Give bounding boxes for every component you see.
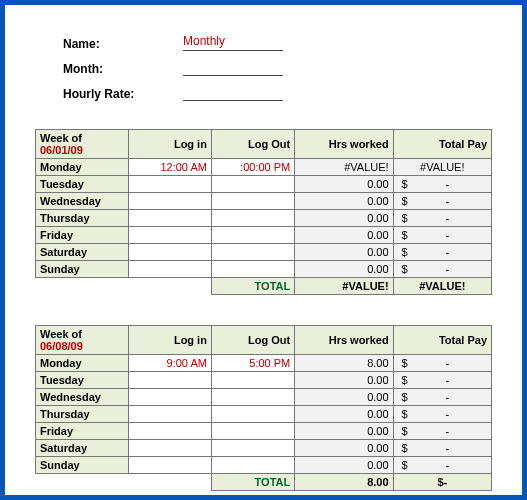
table-row: Thursday0.00$- xyxy=(36,210,492,227)
login-cell[interactable] xyxy=(128,457,211,474)
logout-cell[interactable] xyxy=(211,176,294,193)
login-cell[interactable] xyxy=(128,389,211,406)
login-cell[interactable] xyxy=(128,176,211,193)
login-cell[interactable] xyxy=(128,423,211,440)
pay-cell: $- xyxy=(393,406,491,423)
pay-cell: $- xyxy=(393,227,491,244)
pay-cell: $- xyxy=(393,423,491,440)
pay-cell: $- xyxy=(393,193,491,210)
name-label: Name: xyxy=(63,37,183,51)
name-value[interactable]: Monthly xyxy=(183,34,283,51)
table-row: Tuesday0.00$- xyxy=(36,176,492,193)
logout-cell[interactable] xyxy=(211,227,294,244)
month-label: Month: xyxy=(63,62,183,76)
pay-cell: $- xyxy=(393,440,491,457)
hrs-header: Hrs worked xyxy=(295,326,393,355)
logout-cell[interactable] xyxy=(211,210,294,227)
rate-value[interactable] xyxy=(183,84,283,101)
logout-cell[interactable] xyxy=(211,193,294,210)
login-cell[interactable] xyxy=(128,406,211,423)
logout-header: Log Out xyxy=(211,130,294,159)
logout-cell[interactable] xyxy=(211,457,294,474)
total-row: TOTAL 8.00 $- xyxy=(36,474,492,491)
logout-cell[interactable] xyxy=(211,406,294,423)
logout-header: Log Out xyxy=(211,326,294,355)
login-cell[interactable]: 9:00 AM xyxy=(128,355,211,372)
day-cell: Wednesday xyxy=(36,193,129,210)
login-cell[interactable] xyxy=(128,227,211,244)
hrs-cell: 0.00 xyxy=(295,423,393,440)
day-cell: Sunday xyxy=(36,261,129,278)
hrs-cell: 0.00 xyxy=(295,440,393,457)
total-row: TOTAL #VALUE! #VALUE! xyxy=(36,278,492,295)
logout-cell[interactable] xyxy=(211,244,294,261)
table-row: Sunday0.00$- xyxy=(36,457,492,474)
day-cell: Friday xyxy=(36,423,129,440)
day-cell: Monday xyxy=(36,159,129,176)
pay-cell: $- xyxy=(393,372,491,389)
pay-cell: $- xyxy=(393,389,491,406)
logout-cell[interactable] xyxy=(211,261,294,278)
table-row: Wednesday0.00$- xyxy=(36,193,492,210)
hrs-cell: 8.00 xyxy=(295,355,393,372)
pay-cell: $- xyxy=(393,176,491,193)
login-cell[interactable] xyxy=(128,193,211,210)
table-row: Sunday0.00$- xyxy=(36,261,492,278)
login-cell[interactable]: 12:00 AM xyxy=(128,159,211,176)
week1-body: Monday12:00 AM:00:00 PM#VALUE!#VALUE!Tue… xyxy=(36,159,492,278)
logout-cell[interactable]: 5:00 PM xyxy=(211,355,294,372)
login-header: Log in xyxy=(128,130,211,159)
day-cell: Wednesday xyxy=(36,389,129,406)
login-cell[interactable] xyxy=(128,210,211,227)
table-row: Friday0.00$- xyxy=(36,423,492,440)
day-cell: Sunday xyxy=(36,457,129,474)
pay-header: Total Pay xyxy=(393,326,491,355)
table-row: Tuesday0.00$- xyxy=(36,372,492,389)
day-cell: Thursday xyxy=(36,210,129,227)
table-row: Saturday0.00$- xyxy=(36,440,492,457)
table-header-row: Week of 06/01/09 Log in Log Out Hrs work… xyxy=(36,130,492,159)
week1-table: Week of 06/01/09 Log in Log Out Hrs work… xyxy=(35,129,492,295)
login-cell[interactable] xyxy=(128,244,211,261)
header-section: Name: Monthly Month: Hourly Rate: xyxy=(63,29,492,101)
hrs-cell: 0.00 xyxy=(295,261,393,278)
table-row: Friday0.00$- xyxy=(36,227,492,244)
day-cell: Saturday xyxy=(36,440,129,457)
hrs-cell: 0.00 xyxy=(295,406,393,423)
total-pay: $- xyxy=(393,474,491,491)
table-row: Monday12:00 AM:00:00 PM#VALUE!#VALUE! xyxy=(36,159,492,176)
total-hrs: #VALUE! xyxy=(295,278,393,295)
table-row: Wednesday0.00$- xyxy=(36,389,492,406)
logout-cell[interactable]: :00:00 PM xyxy=(211,159,294,176)
rate-row: Hourly Rate: xyxy=(63,79,492,101)
pay-cell: $- xyxy=(393,355,491,372)
logout-cell[interactable] xyxy=(211,423,294,440)
table-row: Thursday0.00$- xyxy=(36,406,492,423)
pay-cell: $- xyxy=(393,457,491,474)
logout-cell[interactable] xyxy=(211,389,294,406)
week-header: Week of 06/08/09 xyxy=(36,326,129,355)
logout-cell[interactable] xyxy=(211,372,294,389)
hrs-cell: 0.00 xyxy=(295,372,393,389)
pay-cell: $- xyxy=(393,210,491,227)
hrs-cell: 0.00 xyxy=(295,193,393,210)
week2-table: Week of 06/08/09 Log in Log Out Hrs work… xyxy=(35,325,492,491)
rate-label: Hourly Rate: xyxy=(63,87,183,101)
hrs-header: Hrs worked xyxy=(295,130,393,159)
week-header: Week of 06/01/09 xyxy=(36,130,129,159)
hrs-cell: 0.00 xyxy=(295,210,393,227)
logout-cell[interactable] xyxy=(211,440,294,457)
login-cell[interactable] xyxy=(128,372,211,389)
pay-cell: #VALUE! xyxy=(393,159,491,176)
month-value[interactable] xyxy=(183,59,283,76)
login-cell[interactable] xyxy=(128,261,211,278)
hrs-cell: 0.00 xyxy=(295,176,393,193)
month-row: Month: xyxy=(63,54,492,76)
day-cell: Thursday xyxy=(36,406,129,423)
table-row: Saturday0.00$- xyxy=(36,244,492,261)
hrs-cell: #VALUE! xyxy=(295,159,393,176)
pay-header: Total Pay xyxy=(393,130,491,159)
login-cell[interactable] xyxy=(128,440,211,457)
hrs-cell: 0.00 xyxy=(295,227,393,244)
login-header: Log in xyxy=(128,326,211,355)
